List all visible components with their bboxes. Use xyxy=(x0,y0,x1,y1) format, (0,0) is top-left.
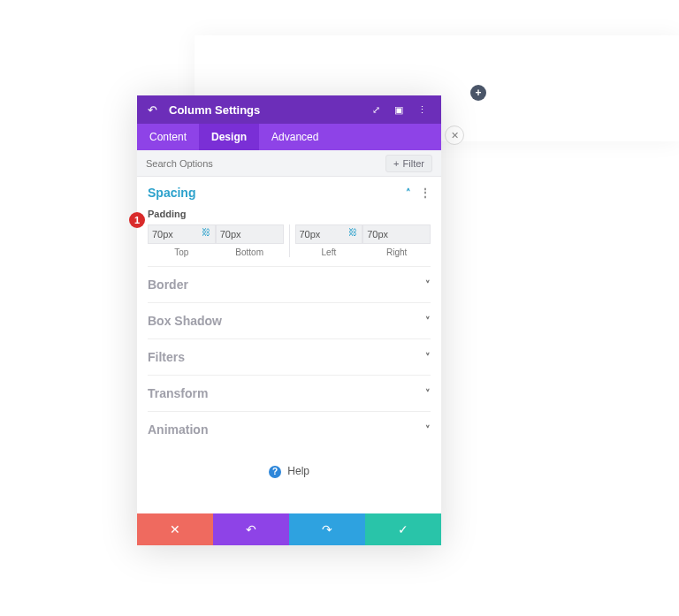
section-spacing: Spacing ˄ ⋮ Padding ⛓ Top Bottom xyxy=(137,177,441,266)
padding-left-label: Left xyxy=(295,247,363,257)
section-header-box-shadow[interactable]: Box Shadow ˅ xyxy=(148,302,431,338)
panel-footer: ✕ ↶ ↷ ✓ xyxy=(137,513,441,545)
save-button[interactable]: ✓ xyxy=(365,513,441,545)
padding-bottom-input[interactable] xyxy=(216,224,284,244)
padding-group-horizontal: ⛓ Left Right xyxy=(295,224,431,257)
section-title: Filters xyxy=(148,350,185,364)
panel-header: ↶ Column Settings ⤢ ▣ ⋮ xyxy=(137,95,441,124)
undo-button[interactable]: ↶ xyxy=(213,513,289,545)
filter-button[interactable]: + Filter xyxy=(385,155,432,172)
chevron-down-icon: ˅ xyxy=(425,316,431,327)
chevron-down-icon: ˅ xyxy=(425,279,431,291)
section-header-border[interactable]: Border ˅ xyxy=(148,266,431,302)
tab-content[interactable]: Content xyxy=(137,124,199,150)
section-title: Box Shadow xyxy=(148,314,222,328)
annotation-marker-1: 1 xyxy=(129,212,145,228)
layout-icon[interactable]: ▣ xyxy=(390,104,408,116)
section-title: Animation xyxy=(148,422,208,437)
padding-bottom-label: Bottom xyxy=(216,247,284,257)
padding-label: Padding xyxy=(148,209,431,219)
section-title: Border xyxy=(148,278,188,292)
section-title: Transform xyxy=(148,386,208,400)
link-icon[interactable]: ⛓ xyxy=(202,227,210,237)
add-module-button[interactable]: + xyxy=(470,85,486,101)
chevron-up-icon: ˄ xyxy=(406,187,411,199)
padding-right-input[interactable] xyxy=(362,224,431,244)
chevron-down-icon: ˅ xyxy=(425,388,431,399)
collapsed-sections: Border ˅ Box Shadow ˅ Filters ˅ Transfor… xyxy=(137,266,441,447)
redo-button[interactable]: ↷ xyxy=(289,513,365,545)
section-header-filters[interactable]: Filters ˅ xyxy=(148,338,431,375)
help-label: Help xyxy=(287,465,309,477)
section-header-spacing[interactable]: Spacing ˄ ⋮ xyxy=(148,186,431,200)
chevron-down-icon: ˅ xyxy=(425,352,431,363)
expand-icon[interactable]: ⤢ xyxy=(367,104,385,116)
search-row: + Filter xyxy=(137,150,441,177)
back-icon[interactable]: ↶ xyxy=(148,103,164,117)
link-icon[interactable]: ⛓ xyxy=(348,227,357,237)
close-panel-button[interactable]: ✕ xyxy=(445,125,464,145)
panel-title: Column Settings xyxy=(169,103,362,117)
menu-icon[interactable]: ⋮ xyxy=(413,104,431,116)
padding-right-label: Right xyxy=(362,247,431,257)
chevron-down-icon: ˅ xyxy=(425,424,431,436)
settings-panel: ↶ Column Settings ⤢ ▣ ⋮ Content Design A… xyxy=(137,95,441,545)
section-title: Spacing xyxy=(148,186,195,200)
cancel-button[interactable]: ✕ xyxy=(137,513,213,545)
help-icon: ? xyxy=(269,466,281,478)
tab-advanced[interactable]: Advanced xyxy=(259,124,331,150)
tab-design[interactable]: Design xyxy=(199,124,259,150)
padding-grid: ⛓ Top Bottom ⛓ Left Right xyxy=(148,224,431,257)
padding-group-vertical: ⛓ Top Bottom xyxy=(148,224,290,257)
section-menu-icon[interactable]: ⋮ xyxy=(420,186,431,199)
filter-label: Filter xyxy=(403,158,424,169)
plus-icon: + xyxy=(393,158,399,169)
section-header-transform[interactable]: Transform ˅ xyxy=(148,375,431,411)
tabs: Content Design Advanced xyxy=(137,124,441,150)
padding-top-label: Top xyxy=(148,247,216,257)
section-header-animation[interactable]: Animation ˅ xyxy=(148,411,431,447)
help-row[interactable]: ? Help xyxy=(137,447,441,513)
search-input[interactable] xyxy=(146,158,385,169)
